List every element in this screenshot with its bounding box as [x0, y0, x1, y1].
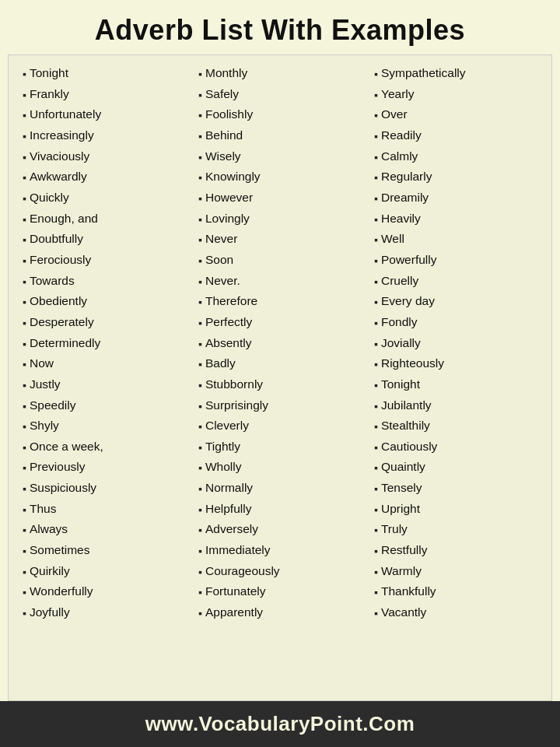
page-title: Adverb List With Examples — [16, 14, 544, 47]
list-item: Vivaciously — [23, 146, 186, 167]
list-item: Stealthily — [374, 416, 537, 437]
list-item: Vacantly — [374, 602, 537, 623]
list-item: Warmly — [374, 561, 537, 582]
list-item: Helpfully — [198, 499, 362, 520]
list-item: Quaintly — [374, 457, 537, 478]
list-item: Badly — [198, 353, 362, 374]
list-item: Ferociously — [23, 250, 186, 271]
list-item: Normally — [198, 478, 362, 499]
list-item: Immediately — [198, 540, 362, 561]
list-item: Doubtfully — [23, 229, 186, 250]
list-item: Tensely — [374, 478, 537, 499]
list-item: Soon — [198, 250, 362, 271]
list-item: Wisely — [198, 146, 362, 167]
list-item: Over — [374, 104, 537, 125]
list-item: Now — [23, 353, 186, 374]
list-item: Well — [374, 229, 537, 250]
list-item: Knowingly — [198, 167, 362, 188]
list-item: Stubbornly — [198, 374, 362, 395]
list-item: However — [198, 188, 362, 209]
list-item: Previously — [23, 457, 186, 478]
list-item: Cautiously — [374, 437, 537, 458]
page-footer: www.VocabularyPoint.Com — [0, 701, 560, 747]
list-item: Unfortunately — [23, 104, 186, 125]
content-area: TonightFranklyUnfortunatelyIncreasinglyV… — [8, 54, 552, 701]
list-item: Never. — [198, 271, 362, 292]
list-item: Determinedly — [23, 333, 186, 354]
list-item: Wonderfully — [23, 581, 186, 602]
list-item: Courageously — [198, 561, 362, 582]
list-item: Foolishly — [198, 104, 362, 125]
list-item: Justly — [23, 374, 186, 395]
list-item: Jubilantly — [374, 395, 537, 416]
list-item: Tonight — [23, 63, 186, 84]
list-item: Regularly — [374, 167, 537, 188]
list-item: Adversely — [198, 519, 362, 540]
list-item: Cleverly — [198, 416, 362, 437]
list-item: Upright — [374, 499, 537, 520]
list-item: Shyly — [23, 416, 186, 437]
list-item: Wholly — [198, 457, 362, 478]
page-header: Adverb List With Examples — [0, 0, 560, 54]
list-item: Joyfully — [23, 602, 186, 623]
list-item: Obediently — [23, 291, 186, 312]
list-item: Tightly — [198, 437, 362, 458]
list-item: Heavily — [374, 209, 537, 230]
list-item: Suspiciously — [23, 478, 186, 499]
list-item: Never — [198, 229, 362, 250]
column-3-list: SympatheticallyYearlyOverReadilyCalmlyRe… — [374, 63, 537, 623]
list-item: Truly — [374, 519, 537, 540]
list-item: Sometimes — [23, 540, 186, 561]
list-item: Jovially — [374, 333, 537, 354]
list-item: Monthly — [198, 63, 362, 84]
column-1-list: TonightFranklyUnfortunatelyIncreasinglyV… — [23, 63, 186, 623]
list-item: Enough, and — [23, 209, 186, 230]
list-item: Awkwardly — [23, 167, 186, 188]
column-2: MonthlySafelyFoolishlyBehindWiselyKnowin… — [192, 63, 368, 693]
list-item: Towards — [23, 271, 186, 292]
list-item: Safely — [198, 84, 362, 105]
list-item: Yearly — [374, 84, 537, 105]
column-1: TonightFranklyUnfortunatelyIncreasinglyV… — [16, 63, 192, 693]
list-item: Apparently — [198, 602, 362, 623]
list-item: Fortunately — [198, 581, 362, 602]
list-item: Absently — [198, 333, 362, 354]
list-item: Tonight — [374, 374, 537, 395]
list-item: Once a week, — [23, 437, 186, 458]
list-item: Dreamily — [374, 188, 537, 209]
list-item: Restfully — [374, 540, 537, 561]
list-item: Therefore — [198, 291, 362, 312]
list-item: Sympathetically — [374, 63, 537, 84]
list-item: Speedily — [23, 395, 186, 416]
list-item: Righteously — [374, 353, 537, 374]
list-item: Lovingly — [198, 209, 362, 230]
list-item: Increasingly — [23, 125, 186, 146]
list-item: Frankly — [23, 84, 186, 105]
column-3: SympatheticallyYearlyOverReadilyCalmlyRe… — [368, 63, 544, 693]
list-item: Powerfully — [374, 250, 537, 271]
list-item: Calmly — [374, 146, 537, 167]
list-item: Fondly — [374, 312, 537, 333]
list-item: Thankfully — [374, 581, 537, 602]
footer-url: www.VocabularyPoint.Com — [145, 712, 415, 735]
list-item: Thus — [23, 499, 186, 520]
list-item: Every day — [374, 291, 537, 312]
list-item: Quickly — [23, 188, 186, 209]
list-item: Behind — [198, 125, 362, 146]
list-item: Cruelly — [374, 271, 537, 292]
column-2-list: MonthlySafelyFoolishlyBehindWiselyKnowin… — [198, 63, 362, 623]
list-item: Perfectly — [198, 312, 362, 333]
list-item: Desperately — [23, 312, 186, 333]
list-item: Surprisingly — [198, 395, 362, 416]
list-item: Always — [23, 519, 186, 540]
list-item: Readily — [374, 125, 537, 146]
list-item: Quirkily — [23, 561, 186, 582]
